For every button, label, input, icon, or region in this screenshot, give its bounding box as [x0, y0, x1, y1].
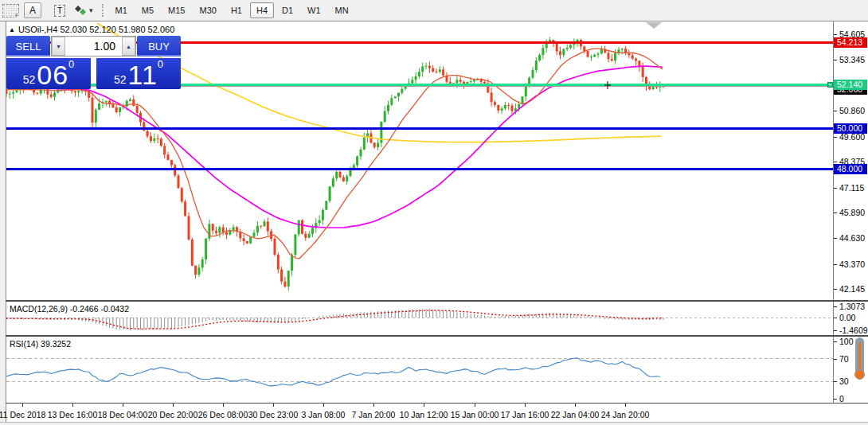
timeframe-bar: M1M5M15M30H1H4D1W1MN [108, 2, 356, 18]
timeframe-button-h1[interactable]: H1 [225, 2, 248, 18]
drawing-tools-button[interactable]: ▾ [73, 2, 94, 18]
price-badge-52.140: 52.140 [834, 80, 867, 90]
axis-tick [834, 34, 837, 35]
date-tick [525, 404, 526, 407]
price-axis-label: 100 [839, 337, 854, 346]
macd-pane-canvas[interactable] [6, 302, 833, 335]
axis-tick [834, 306, 837, 307]
axis-tick [834, 289, 837, 290]
axis-tick [834, 162, 837, 162]
date-axis-label: 10 Jan 12:00 [400, 410, 448, 419]
status-bar [0, 422, 868, 425]
volume-control: ▼ ▲ [51, 36, 136, 57]
timeframe-button-m5[interactable]: M5 [135, 2, 160, 18]
timeframe-button-mn[interactable]: MN [329, 2, 355, 18]
date-axis-label: 17 Jan 16:00 [501, 410, 549, 419]
symbol-timeframe-label: USOil-,H4 [18, 25, 58, 34]
price-axis-label: 47.115 [839, 183, 864, 193]
date-axis-label: 15 Jan 00:00 [451, 410, 499, 419]
ohlc-values: 52.030 52.120 51.980 52.060 [61, 25, 175, 34]
date-axis-label: 26 Dec 08:00 [198, 410, 248, 419]
timeframe-button-d1[interactable]: D1 [276, 2, 299, 18]
spinner-down-icon: ▼ [56, 44, 61, 49]
price-badge-50.000: 50.000 [834, 123, 867, 134]
date-tick [72, 404, 73, 407]
price-axis-label: 42.145 [839, 284, 865, 294]
date-axis-separator [6, 403, 868, 404]
date-tick [424, 404, 424, 407]
price-axis-label: 0 [839, 394, 844, 404]
volume-decrease-button[interactable]: ▼ [52, 37, 65, 56]
axis-tick [834, 137, 837, 138]
macd-indicator-label: MACD(12,26,9) -0.2466 -0.0432 [10, 304, 129, 314]
date-axis-label: 30 Dec 23:00 [248, 410, 298, 419]
trading-terminal: F A T ▾ M1M5M15M30H1H4D1W1MN ▲USOil-,H4 … [0, 0, 868, 425]
sell-price-panel[interactable]: 52060 [6, 58, 91, 89]
date-tick [173, 404, 174, 407]
price-axis-label: 45.890 [839, 208, 865, 217]
date-axis-label: 24 Jan 20:00 [601, 410, 650, 419]
price-badge-54.213: 54.213 [834, 37, 867, 48]
timeframe-button-m1[interactable]: M1 [109, 2, 134, 18]
price-axis-label: 43.370 [839, 259, 865, 269]
price-axis-label: 44.630 [839, 233, 865, 243]
axis-tick [834, 60, 837, 60]
date-tick [223, 404, 224, 407]
price-line-handle[interactable] [827, 82, 833, 88]
thermometer-icon [854, 337, 866, 387]
axis-tick [834, 111, 837, 111]
axis-tick [834, 318, 837, 318]
date-tick [22, 404, 23, 407]
axis-tick [834, 359, 837, 360]
buy-price-panel[interactable]: 52110 [96, 58, 181, 89]
spinner-up-icon: ▲ [126, 44, 131, 49]
one-click-trading-widget: SELL ▼ ▲ BUY 52060 52110 [6, 36, 181, 89]
sell-button[interactable]: SELL [6, 36, 50, 57]
timeframe-button-m30[interactable]: M30 [194, 2, 223, 18]
axis-tick [834, 381, 837, 382]
rsi-indicator-label: RSI(14) 39.3252 [10, 339, 71, 349]
date-tick [625, 404, 626, 407]
volume-increase-button[interactable]: ▲ [122, 37, 135, 56]
text-label-tool-button[interactable]: A [24, 2, 41, 18]
price-axis-label: 30 [839, 376, 849, 386]
axis-tick [834, 399, 837, 400]
symbol-collapse-icon[interactable]: ▲ [9, 26, 15, 33]
date-tick [123, 404, 123, 407]
price-axis-label: 0.00 [839, 313, 855, 322]
date-tick [273, 404, 274, 407]
price-axis-label: -1.4609 [839, 326, 868, 335]
chart-shift-marker-icon[interactable] [646, 22, 662, 29]
marquee-f-icon[interactable]: F [2, 4, 19, 18]
price-axis-label: 70 [839, 354, 849, 364]
price-axis-label: 1.3073 [839, 302, 865, 311]
axis-tick [834, 238, 837, 239]
date-tick [575, 404, 576, 407]
price-axis-label: 50.860 [839, 106, 865, 115]
axis-tick [834, 264, 837, 265]
rsi-pane-canvas[interactable] [6, 337, 833, 403]
date-axis-label: 20 Dec 20:00 [148, 410, 197, 419]
toolbar: F A T ▾ M1M5M15M30H1H4D1W1MN [0, 0, 868, 21]
axis-tick [834, 330, 837, 331]
price-badge-48.000: 48.000 [834, 164, 867, 174]
date-axis-label: 7 Jan 20:00 [352, 410, 396, 419]
price-axis-label: 53.345 [839, 55, 865, 64]
date-tick [373, 404, 374, 407]
chevron-down-icon: ▾ [89, 6, 93, 14]
date-tick [475, 404, 475, 407]
timeframe-button-h4[interactable]: H4 [250, 2, 274, 18]
text-tool-button[interactable]: T [51, 2, 68, 18]
timeframe-button-m15[interactable]: M15 [162, 2, 191, 18]
axis-tick [834, 341, 837, 342]
chart-header: ▲USOil-,H4 52.030 52.120 51.980 52.060 [9, 25, 174, 34]
date-axis-label: 22 Jan 04:00 [551, 410, 600, 419]
date-axis-label: 13 Dec 16:00 [48, 410, 97, 419]
date-axis-label: 18 Dec 04:00 [98, 410, 147, 419]
axis-tick [834, 212, 837, 213]
buy-button[interactable]: BUY [137, 36, 181, 57]
timeframe-button-w1[interactable]: W1 [301, 2, 327, 18]
volume-input[interactable] [65, 37, 122, 56]
axis-tick [834, 188, 837, 189]
date-axis-label: 3 Jan 08:00 [302, 410, 346, 419]
